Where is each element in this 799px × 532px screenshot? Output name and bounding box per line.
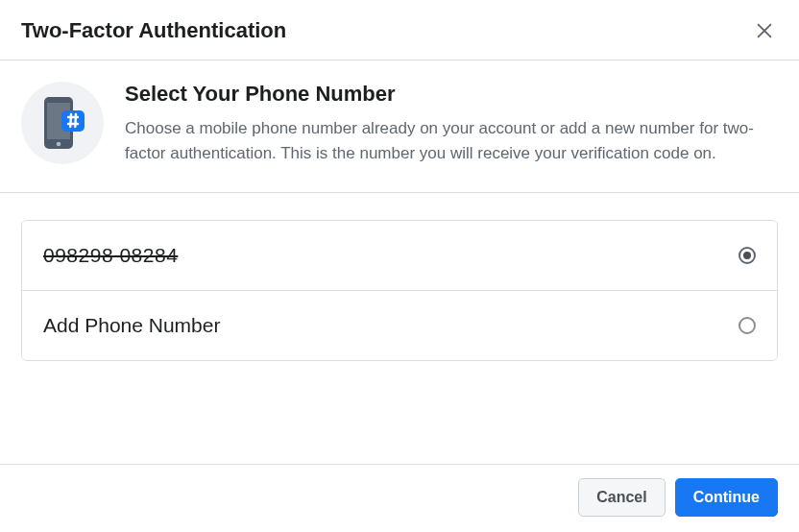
phone-options-list: 098298 08284 Add Phone Number bbox=[21, 220, 778, 361]
phone-option-existing[interactable]: 098298 08284 bbox=[22, 221, 777, 290]
dialog-title: Two-Factor Authentication bbox=[21, 18, 286, 43]
cancel-button[interactable]: Cancel bbox=[578, 478, 665, 517]
intro-section: Select Your Phone Number Choose a mobile… bbox=[0, 60, 799, 193]
radio-unselected-icon bbox=[738, 317, 756, 334]
svg-rect-5 bbox=[61, 110, 85, 132]
phone-icon-circle bbox=[21, 82, 104, 164]
continue-button[interactable]: Continue bbox=[675, 478, 778, 517]
radio-selected-icon bbox=[738, 247, 756, 264]
intro-description: Choose a mobile phone number already on … bbox=[125, 116, 778, 165]
close-button[interactable] bbox=[751, 17, 778, 44]
phone-hash-icon bbox=[38, 95, 86, 151]
close-icon bbox=[754, 20, 775, 41]
svg-line-8 bbox=[70, 114, 71, 127]
options-container: 098298 08284 Add Phone Number bbox=[0, 193, 799, 361]
phone-option-add[interactable]: Add Phone Number bbox=[22, 290, 777, 360]
dialog-footer: Cancel Continue bbox=[0, 464, 799, 532]
dialog-header: Two-Factor Authentication bbox=[0, 0, 799, 60]
intro-text: Select Your Phone Number Choose a mobile… bbox=[125, 82, 778, 165]
svg-line-9 bbox=[75, 114, 76, 127]
phone-option-label: Add Phone Number bbox=[43, 314, 220, 337]
svg-point-4 bbox=[57, 142, 61, 147]
intro-heading: Select Your Phone Number bbox=[125, 82, 778, 107]
phone-option-label: 098298 08284 bbox=[43, 244, 178, 267]
two-factor-dialog: Two-Factor Authentication bbox=[0, 0, 799, 532]
